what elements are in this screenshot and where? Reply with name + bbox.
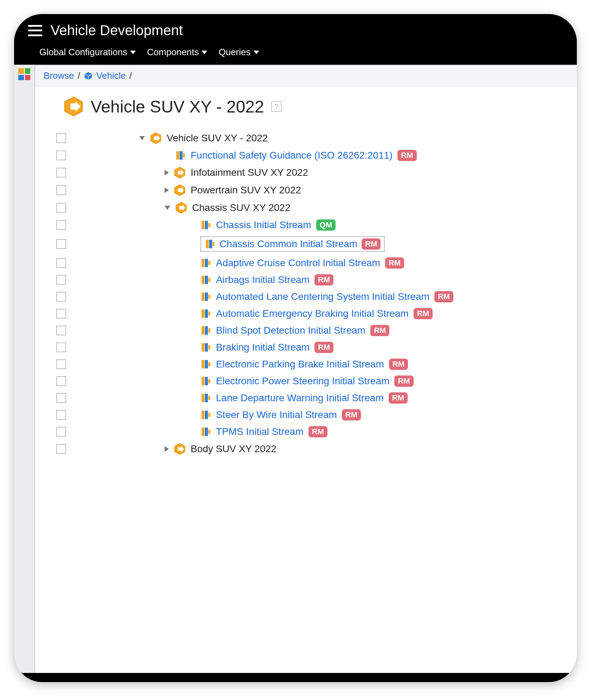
help-icon[interactable]: ? [271,101,282,112]
stream-icon [200,410,211,420]
tree-label: Body SUV XY 2022 [191,443,276,455]
hamburger-menu-icon[interactable] [28,25,42,36]
tree-checkbox[interactable] [56,275,66,285]
tree-checkbox[interactable] [56,292,66,302]
stream-icon [200,275,211,285]
menu-global-configurations[interactable]: Global Configurations [39,47,136,58]
page-title-row: Vehicle SUV XY - 2022 ? [35,86,577,127]
expand-icon[interactable] [165,187,169,193]
tree-link[interactable]: Lane Departure Warning Initial Stream [216,392,384,404]
menu-queries[interactable]: Queries [218,47,259,58]
tree-row: Vehicle SUV XY - 2022 [56,129,577,147]
collapse-icon[interactable] [165,206,170,210]
menubar: Global Configurations Components Queries [14,42,577,65]
tree-link[interactable]: TPMS Initial Stream [216,426,304,437]
stream-icon [200,308,211,319]
tree-link[interactable]: Adaptive Cruise Control Initial Stream [216,257,380,269]
breadcrumb-vehicle[interactable]: Vehicle [96,70,126,81]
twisty-placeholder [190,345,196,349]
header-bar: Vehicle Development [14,14,577,42]
tree-checkbox[interactable] [56,185,66,195]
tree-row: TPMS Initial StreamRM [56,423,577,440]
domain-badge-rm: RM [314,274,333,285]
stream-icon [205,239,215,249]
tree-link[interactable]: Chassis Initial Stream [216,219,311,231]
twisty-placeholder [190,278,196,282]
twisty-placeholder [190,396,196,400]
left-gutter [14,65,35,673]
tree-checkbox[interactable] [56,359,66,369]
tree-checkbox[interactable] [56,258,66,268]
domain-badge-rm: RM [397,150,416,161]
hex-arrow-icon [174,443,186,455]
collapse-icon[interactable] [139,136,145,140]
tree-label: Powertrain SUV XY 2022 [191,185,301,196]
tree-checkbox[interactable] [56,203,66,213]
tree-checkbox[interactable] [56,133,66,143]
app-frame: Vehicle Development Global Configuration… [14,14,577,682]
tree-row: Lane Departure Warning Initial StreamRM [56,390,577,406]
tree-checkbox[interactable] [56,342,66,352]
tree-row: Chassis Common Initial StreamRM [56,233,577,255]
tree-link[interactable]: Automatic Emergency Braking Initial Stre… [216,308,409,319]
tree-link[interactable]: Blind Spot Detection Initial Stream [216,325,365,336]
tree-checkbox[interactable] [56,220,66,230]
configuration-tree: Vehicle SUV XY - 2022Functional Safety G… [35,127,577,472]
domain-badge-rm: RM [314,342,333,353]
tree-checkbox[interactable] [56,376,66,386]
tree-link[interactable]: Functional Safety Guidance (ISO 26262:20… [191,150,393,161]
tree-checkbox[interactable] [56,168,66,178]
tree-checkbox[interactable] [56,444,66,454]
tree-link[interactable]: Electronic Power Steering Initial Stream [216,375,389,387]
tree-link[interactable]: Electronic Parking Brake Initial Stream [216,359,384,370]
menu-components[interactable]: Components [147,47,207,58]
tree-row: Body SUV XY 2022 [56,440,577,458]
tree-checkbox[interactable] [56,239,66,249]
tree-checkbox[interactable] [56,326,66,335]
tree-checkbox[interactable] [56,150,66,160]
tree-row: Adaptive Cruise Control Initial StreamRM [56,255,577,271]
expand-icon[interactable] [165,170,169,175]
domain-badge-rm: RM [362,238,381,250]
menu-label: Components [147,47,199,58]
domain-badge-rm: RM [394,375,413,387]
tree-row: Infotainment SUV XY 2022 [56,164,577,181]
twisty-placeholder [190,223,196,227]
tree-row: Powertrain SUV XY 2022 [56,181,577,199]
breadcrumb-browse[interactable]: Browse [44,70,74,81]
domain-badge-rm: RM [389,359,408,370]
tree-row: Chassis Initial StreamQM [56,217,577,233]
tree-checkbox[interactable] [56,410,66,420]
hex-arrow-icon [175,202,187,214]
tree-checkbox[interactable] [56,393,66,403]
domain-badge-rm: RM [308,426,327,437]
twisty-placeholder [190,295,196,299]
tree-checkbox[interactable] [56,309,66,319]
chevron-down-icon [202,51,207,54]
tree-link[interactable]: Chassis Common Initial Stream [219,238,357,250]
hex-arrow-icon [150,132,162,144]
domain-badge-rm: RM [385,257,404,269]
tree-row: Airbags Initial StreamRM [56,271,577,288]
domain-badge-rm: RM [414,308,433,319]
main-panel: Browse / Vehicle / Vehicle SUV XY - 2022… [35,65,577,673]
cube-icon [84,71,93,81]
tree-link[interactable]: Airbags Initial Stream [216,274,310,285]
stream-icon [200,342,211,353]
hex-arrow-icon [63,96,84,117]
tree-row: Braking Initial StreamRM [56,339,577,356]
stream-icon [200,426,211,437]
tree-link[interactable]: Automated Lane Centering System Initial … [216,291,429,302]
tree-row: Automated Lane Centering System Initial … [56,288,577,305]
tree-checkbox[interactable] [56,427,66,437]
twisty-placeholder [190,328,196,333]
tree-link[interactable]: Steer By Wire Initial Stream [216,409,337,420]
tree-link[interactable]: Braking Initial Stream [216,342,310,353]
selected-tree-item[interactable]: Chassis Common Initial StreamRM [200,236,385,252]
domain-badge-rm: RM [370,325,389,336]
tree-label: Chassis SUV XY 2022 [192,202,291,213]
twisty-placeholder [190,312,196,316]
chevron-down-icon [254,51,259,54]
expand-icon[interactable] [165,446,169,452]
perspective-switcher-icon[interactable] [18,68,30,80]
